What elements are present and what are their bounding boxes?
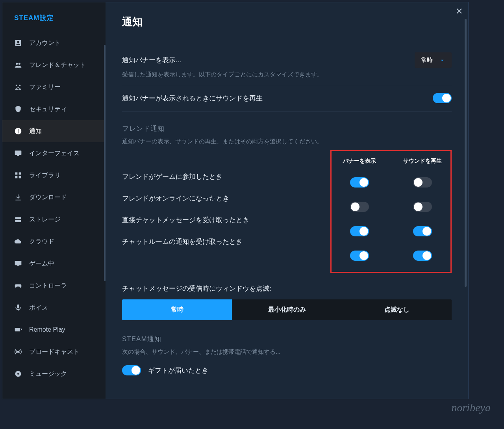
friend-section-title: フレンド通知 [122, 124, 452, 133]
svg-rect-8 [18, 129, 19, 132]
notification-icon [14, 127, 22, 135]
col-sound-header: サウンドを再生 [401, 158, 444, 165]
sidebar-item-label: Remote Play [29, 326, 65, 333]
divider [122, 111, 452, 111]
friend-row-label: フレンドがオンラインになったとき [122, 194, 330, 203]
svg-rect-16 [15, 200, 20, 201]
banner-display-label: 通知バナーを表示... [122, 56, 181, 65]
watermark: noribeya [451, 401, 491, 414]
download-icon [14, 193, 22, 201]
sidebar-item-label: ストレージ [29, 215, 61, 224]
shield-icon [14, 105, 22, 113]
svg-rect-19 [15, 261, 22, 265]
sidebar-item-label: インターフェイス [29, 149, 80, 158]
sidebar-item-label: 通知 [29, 127, 42, 136]
sidebar: STEAM設定 アカウントフレンド＆チャットファミリーセキュリティ通知インターフ… [2, 2, 106, 399]
banner-display-desc: 受信した通知を表示します。以下のタイプごとににカスタマイズできます。 [122, 71, 452, 78]
divider [122, 85, 452, 85]
svg-rect-21 [15, 328, 20, 331]
friend-row: 直接チャットメッセージを受け取ったとき [122, 209, 330, 231]
remote-icon [14, 326, 22, 334]
steam-notif-desc: 次の場合、サウンド、バナー、または携帯電話で通知する... [122, 348, 452, 356]
gift-label: ギフトが届いたとき [148, 366, 208, 375]
sidebar-item-shield[interactable]: セキュリティ [2, 98, 106, 120]
main-panel: 通知 通知バナーを表示... 常時 受信した通知を表示します。以下のタイプごとに… [106, 2, 468, 399]
banner-toggle[interactable] [350, 177, 369, 188]
flash-label: チャットメッセージの受信時にウィンドウを点滅: [122, 284, 452, 293]
sidebar-item-monitor[interactable]: インターフェイス [2, 142, 106, 164]
sidebar-item-account[interactable]: アカウント [2, 32, 106, 54]
friend-section-desc: 通知バナーの表示、サウンドの再生、またはその両方を選択してください。 [122, 138, 452, 145]
flash-option-1[interactable]: 最小化時のみ [232, 299, 342, 320]
flash-option-0[interactable]: 常時 [122, 299, 232, 320]
sidebar-item-label: ミュージック [29, 370, 67, 378]
broadcast-icon [14, 348, 22, 356]
sidebar-item-storage[interactable]: ストレージ [2, 208, 106, 230]
sidebar-item-remote[interactable]: Remote Play [2, 319, 106, 341]
svg-rect-17 [15, 220, 21, 222]
gift-toggle[interactable] [122, 365, 141, 375]
friend-toggle-row [338, 220, 444, 244]
banner-display-dropdown[interactable]: 常時 [415, 52, 452, 68]
sidebar-item-download[interactable]: ダウンロード [2, 186, 106, 208]
gift-row: ギフトが届いたとき [122, 365, 452, 375]
page-title: 通知 [122, 15, 452, 29]
sidebar-item-friends[interactable]: フレンド＆チャット [2, 54, 106, 76]
controller-icon [14, 282, 22, 290]
svg-rect-10 [15, 150, 22, 155]
col-banner-header: バナーを表示 [338, 158, 381, 165]
svg-point-4 [16, 85, 17, 86]
sidebar-item-library[interactable]: ライブラリ [2, 164, 106, 186]
cloud-icon [14, 238, 22, 245]
sidebar-item-label: クラウド [29, 238, 54, 246]
sidebar-item-notification[interactable]: 通知 [2, 120, 106, 142]
sound-toggle[interactable] [413, 251, 432, 261]
friend-row: フレンドがオンラインになったとき [122, 188, 330, 209]
sidebar-item-broadcast[interactable]: ブロードキャスト [2, 341, 106, 363]
sidebar-item-ingame[interactable]: ゲーム中 [2, 253, 106, 275]
friend-row-label: チャットルームの通知を受け取ったとき [122, 237, 330, 246]
svg-rect-12 [15, 173, 18, 175]
banner-toggle[interactable] [350, 202, 369, 212]
flash-option-2[interactable]: 点滅なし [342, 299, 452, 320]
sidebar-item-label: ブロードキャスト [29, 348, 80, 356]
sound-toggle[interactable] [413, 226, 432, 236]
account-icon [14, 39, 22, 47]
sidebar-item-cloud[interactable]: クラウド [2, 230, 106, 253]
svg-point-2 [16, 63, 18, 65]
sound-toggle[interactable] [413, 177, 432, 188]
sidebar-item-controller[interactable]: コントローラ [2, 275, 106, 297]
banner-toggle[interactable] [350, 226, 369, 236]
svg-rect-20 [17, 305, 19, 308]
music-icon [14, 370, 22, 378]
sidebar-title: STEAM設定 [2, 7, 106, 32]
close-button[interactable]: ✕ [456, 6, 463, 17]
sidebar-item-label: ダウンロード [29, 193, 67, 202]
sidebar-item-music[interactable]: ミュージック [2, 363, 106, 385]
svg-rect-11 [17, 155, 19, 156]
steam-notif-title: STEAM通知 [122, 334, 452, 344]
friend-row-label: 直接チャットメッセージを受け取ったとき [122, 215, 330, 225]
storage-icon [14, 215, 22, 223]
friend-row: フレンドがゲームに参加したとき [122, 166, 330, 188]
banner-display-row: 通知バナーを表示... 常時 [122, 47, 452, 73]
friend-row: チャットルームの通知を受け取ったとき [122, 231, 330, 253]
sidebar-item-family[interactable]: ファミリー [2, 76, 106, 98]
dropdown-value: 常時 [421, 56, 433, 64]
sound-toggle[interactable] [413, 202, 432, 212]
svg-point-1 [17, 41, 19, 43]
banner-toggle[interactable] [350, 251, 369, 261]
flash-segmented: 常時最小化時のみ点滅なし [122, 299, 452, 320]
library-icon [14, 171, 22, 179]
friend-toggle-row [338, 195, 444, 220]
sound-toggle[interactable] [433, 93, 452, 103]
svg-rect-18 [15, 217, 21, 219]
sidebar-item-label: セキュリティ [29, 105, 67, 113]
sidebar-item-label: ボイス [29, 304, 48, 312]
friend-toggle-highlight: バナーを表示 サウンドを再生 [330, 150, 452, 273]
friend-row-label: フレンドがゲームに参加したとき [122, 172, 330, 181]
chevron-down-icon [439, 57, 445, 63]
svg-point-5 [19, 85, 20, 86]
sidebar-item-mic[interactable]: ボイス [2, 297, 106, 319]
main-scrollbar[interactable] [465, 19, 467, 287]
